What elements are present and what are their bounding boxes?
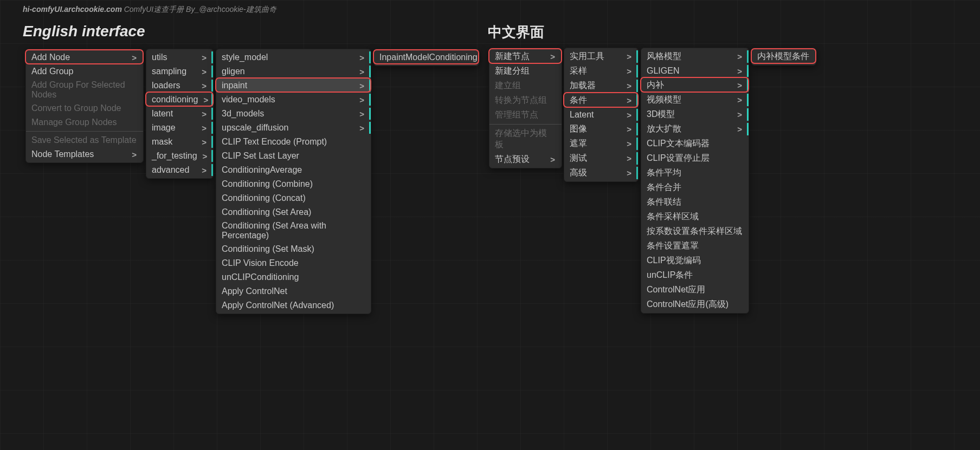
menu-item[interactable]: conditioning> xyxy=(146,93,213,107)
menu-item-label: 3D模型 xyxy=(647,109,675,120)
menu-item-label: 测试 xyxy=(570,153,587,164)
menu-item-label: CLIP Set Last Layer xyxy=(222,151,299,161)
menu-item[interactable]: 风格模型> xyxy=(641,49,749,64)
menu-item[interactable]: 新建分组 xyxy=(489,64,562,79)
menu-item-label: 新建分组 xyxy=(495,66,530,77)
menu-item[interactable]: Conditioning (Set Mask) xyxy=(216,242,371,256)
context-menu-cn-level2[interactable]: 实用工具>采样>加载器>条件>Latent>图像>遮罩>测试>高级> xyxy=(564,48,639,182)
menu-item[interactable]: Conditioning (Set Area) xyxy=(216,205,371,219)
chevron-right-icon: > xyxy=(354,53,364,62)
menu-item[interactable]: upscale_diffusion> xyxy=(216,121,371,135)
chevron-right-icon: > xyxy=(196,138,207,147)
context-menu-en-level2[interactable]: utils>sampling>loaders>conditioning>late… xyxy=(146,49,214,179)
menu-item[interactable]: 图像> xyxy=(564,122,638,136)
menu-item[interactable]: inpaint> xyxy=(216,79,371,93)
menu-item[interactable]: 条件> xyxy=(564,93,638,108)
menu-item: Save Selected as Template xyxy=(26,133,143,147)
menu-item[interactable]: ControlNet应用(高级) xyxy=(641,297,749,312)
menu-item[interactable]: Latent> xyxy=(564,108,638,122)
menu-item[interactable]: CLIP文本编码器 xyxy=(641,136,749,151)
menu-item[interactable]: CLIP Vision Encode xyxy=(216,256,371,270)
menu-item[interactable]: 加载器> xyxy=(564,79,638,93)
menu-item[interactable]: mask> xyxy=(146,135,213,149)
menu-item[interactable]: 条件设置遮罩 xyxy=(641,239,749,253)
menu-item[interactable]: 新建节点> xyxy=(489,49,562,64)
menu-item[interactable]: 按系数设置条件采样区域 xyxy=(641,224,749,239)
menu-item[interactable]: unCLIPConditioning xyxy=(216,270,371,284)
chevron-right-icon: > xyxy=(621,139,631,148)
context-menu-en-level1[interactable]: Add Node>Add GroupAdd Group For Selected… xyxy=(25,49,144,163)
menu-item[interactable]: 3D模型> xyxy=(641,107,749,122)
menu-separator xyxy=(489,124,562,125)
menu-item[interactable]: Conditioning (Combine) xyxy=(216,177,371,191)
menu-item[interactable]: sampling> xyxy=(146,64,213,79)
menu-item[interactable]: Apply ControlNet (Advanced) xyxy=(216,298,371,312)
menu-item[interactable]: 条件平均 xyxy=(641,166,749,180)
menu-item[interactable]: Node Templates> xyxy=(26,147,143,161)
chevron-right-icon: > xyxy=(732,52,742,61)
menu-item[interactable]: style_model> xyxy=(216,50,371,64)
menu-item[interactable]: 视频模型> xyxy=(641,93,749,107)
menu-item[interactable]: 条件联结 xyxy=(641,195,749,210)
menu-item[interactable]: InpaintModelConditioning xyxy=(374,50,479,64)
menu-item[interactable]: _for_testing> xyxy=(146,149,213,163)
menu-item[interactable]: 放大扩散> xyxy=(641,122,749,136)
menu-item[interactable]: 内补模型条件 xyxy=(752,49,816,64)
menu-item-label: CLIP Text Encode (Prompt) xyxy=(222,137,327,147)
menu-item[interactable]: 实用工具> xyxy=(564,49,638,64)
menu-item[interactable]: video_models> xyxy=(216,93,371,107)
chevron-right-icon: > xyxy=(354,95,364,105)
menu-item[interactable]: Conditioning (Concat) xyxy=(216,191,371,205)
menu-item[interactable]: unCLIP条件 xyxy=(641,268,749,283)
menu-item[interactable]: 条件采样区域 xyxy=(641,210,749,224)
menu-item[interactable]: image> xyxy=(146,121,213,135)
chevron-right-icon: > xyxy=(196,166,207,175)
menu-item[interactable]: Apply ControlNet xyxy=(216,284,371,298)
menu-item-label: 建立组 xyxy=(495,80,521,92)
menu-item[interactable]: loaders> xyxy=(146,79,213,93)
menu-item[interactable]: advanced> xyxy=(146,163,213,177)
menu-item[interactable]: 高级> xyxy=(564,166,638,180)
heading-chinese: 中文界面 xyxy=(488,23,544,42)
menu-item[interactable]: 节点预设> xyxy=(489,152,562,167)
menu-item-label: GLIGEN xyxy=(647,66,679,76)
chevron-right-icon: > xyxy=(354,123,364,133)
menu-item[interactable]: 遮罩> xyxy=(564,136,638,151)
menu-item[interactable]: ControlNet应用 xyxy=(641,283,749,297)
menu-item[interactable]: 采样> xyxy=(564,64,638,79)
menu-item: 建立组 xyxy=(489,79,562,93)
chevron-right-icon: > xyxy=(621,110,631,120)
menu-item: Add Group For Selected Nodes xyxy=(26,79,143,101)
menu-item[interactable]: Add Group xyxy=(26,64,143,79)
menu-item[interactable]: CLIP视觉编码 xyxy=(641,253,749,268)
menu-item-label: 条件 xyxy=(570,95,587,106)
menu-item[interactable]: ConditioningAverage xyxy=(216,163,371,177)
menu-item[interactable]: 测试> xyxy=(564,151,638,166)
context-menu-cn-level1[interactable]: 新建节点>新建分组建立组转换为节点组管理组节点存储选中为模板节点预设> xyxy=(489,48,562,168)
menu-item[interactable]: 条件合并 xyxy=(641,180,749,195)
heading-english: English interface xyxy=(23,23,145,40)
menu-item[interactable]: GLIGEN> xyxy=(641,64,749,78)
context-menu-en-level4[interactable]: InpaintModelConditioning xyxy=(373,49,479,66)
chevron-right-icon: > xyxy=(732,67,742,76)
menu-item-label: Conditioning (Concat) xyxy=(222,193,306,203)
menu-item[interactable]: 内补> xyxy=(641,78,749,93)
context-menu-cn-level3[interactable]: 风格模型>GLIGEN>内补>视频模型>3D模型>放大扩散>CLIP文本编码器C… xyxy=(641,48,749,314)
menu-item[interactable]: 3d_models> xyxy=(216,107,371,121)
menu-item[interactable]: Add Node> xyxy=(26,50,143,64)
chevron-right-icon: > xyxy=(197,152,208,161)
menu-item[interactable]: CLIP Set Last Layer xyxy=(216,149,371,163)
menu-item[interactable]: Conditioning (Set Area with Percentage) xyxy=(216,219,371,242)
menu-item[interactable]: utils> xyxy=(146,50,213,64)
menu-item-label: Conditioning (Combine) xyxy=(222,179,313,189)
menu-item[interactable]: CLIP设置停止层 xyxy=(641,151,749,166)
menu-item-label: Conditioning (Set Area) xyxy=(222,207,311,217)
chevron-right-icon: > xyxy=(732,125,742,134)
menu-item[interactable]: gligen> xyxy=(216,64,371,79)
chevron-right-icon: > xyxy=(196,67,207,76)
context-menu-en-level3[interactable]: style_model>gligen>inpaint>video_models>… xyxy=(216,49,371,314)
context-menu-cn-level4[interactable]: 内补模型条件 xyxy=(751,48,816,66)
menu-item[interactable]: latent> xyxy=(146,107,213,121)
menu-item-label: CLIP视觉编码 xyxy=(647,255,701,266)
menu-item[interactable]: CLIP Text Encode (Prompt) xyxy=(216,135,371,149)
